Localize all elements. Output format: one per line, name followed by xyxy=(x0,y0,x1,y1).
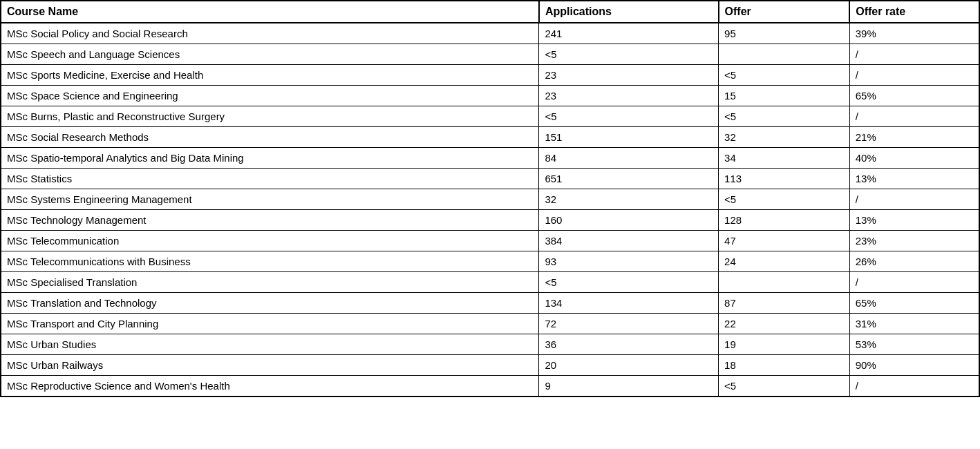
cell-offer-rate: 13% xyxy=(849,210,979,231)
cell-course-name: MSc Social Research Methods xyxy=(1,127,539,148)
cell-course-name: MSc Telecommunication xyxy=(1,231,539,251)
cell-offer xyxy=(719,44,850,65)
cell-offer-rate: 23% xyxy=(849,231,979,251)
cell-offer: <5 xyxy=(719,189,850,210)
cell-applications: 93 xyxy=(539,251,719,272)
cell-offer: 19 xyxy=(719,334,850,355)
table-row: MSc Statistics65111313% xyxy=(1,169,979,189)
table-row: MSc Telecommunications with Business9324… xyxy=(1,251,979,272)
cell-course-name: MSc Urban Studies xyxy=(1,334,539,355)
table-row: MSc Reproductive Science and Women's Hea… xyxy=(1,376,979,397)
cell-applications: 384 xyxy=(539,231,719,251)
cell-offer-rate: 90% xyxy=(849,355,979,376)
cell-applications: 241 xyxy=(539,23,719,44)
cell-course-name: MSc Burns, Plastic and Reconstructive Su… xyxy=(1,106,539,127)
cell-course-name: MSc Translation and Technology xyxy=(1,293,539,314)
cell-applications: 134 xyxy=(539,293,719,314)
cell-course-name: MSc Space Science and Engineering xyxy=(1,86,539,106)
cell-applications: 9 xyxy=(539,376,719,397)
cell-applications: 72 xyxy=(539,314,719,334)
cell-offer-rate: 39% xyxy=(849,23,979,44)
cell-offer-rate: / xyxy=(849,106,979,127)
cell-offer: 34 xyxy=(719,148,850,169)
table-row: MSc Systems Engineering Management32<5/ xyxy=(1,189,979,210)
table-row: MSc Sports Medicine, Exercise and Health… xyxy=(1,65,979,86)
table-row: MSc Technology Management16012813% xyxy=(1,210,979,231)
cell-offer: 18 xyxy=(719,355,850,376)
cell-course-name: MSc Sports Medicine, Exercise and Health xyxy=(1,65,539,86)
cell-applications: <5 xyxy=(539,272,719,293)
cell-offer-rate: 13% xyxy=(849,169,979,189)
cell-course-name: MSc Transport and City Planning xyxy=(1,314,539,334)
cell-course-name: MSc Reproductive Science and Women's Hea… xyxy=(1,376,539,397)
cell-applications: 151 xyxy=(539,127,719,148)
table-row: MSc Telecommunication3844723% xyxy=(1,231,979,251)
cell-offer-rate: / xyxy=(849,189,979,210)
cell-offer xyxy=(719,272,850,293)
cell-applications: 160 xyxy=(539,210,719,231)
cell-offer-rate: 31% xyxy=(849,314,979,334)
cell-course-name: MSc Technology Management xyxy=(1,210,539,231)
cell-offer-rate: 65% xyxy=(849,86,979,106)
cell-offer: 32 xyxy=(719,127,850,148)
table-row: MSc Burns, Plastic and Reconstructive Su… xyxy=(1,106,979,127)
cell-applications: 36 xyxy=(539,334,719,355)
table-row: MSc Specialised Translation<5/ xyxy=(1,272,979,293)
cell-applications: 32 xyxy=(539,189,719,210)
cell-offer-rate: 21% xyxy=(849,127,979,148)
cell-applications: 20 xyxy=(539,355,719,376)
cell-course-name: MSc Urban Railways xyxy=(1,355,539,376)
cell-offer: <5 xyxy=(719,65,850,86)
table-row: MSc Transport and City Planning722231% xyxy=(1,314,979,334)
cell-offer: 87 xyxy=(719,293,850,314)
cell-course-name: MSc Telecommunications with Business xyxy=(1,251,539,272)
cell-offer: 128 xyxy=(719,210,850,231)
cell-offer-rate: / xyxy=(849,272,979,293)
cell-offer: 15 xyxy=(719,86,850,106)
table-row: MSc Social Policy and Social Research241… xyxy=(1,23,979,44)
table-row: MSc Translation and Technology1348765% xyxy=(1,293,979,314)
table-row: MSc Urban Studies361953% xyxy=(1,334,979,355)
cell-offer: 22 xyxy=(719,314,850,334)
cell-offer-rate: / xyxy=(849,65,979,86)
cell-offer-rate: 65% xyxy=(849,293,979,314)
header-offer: Offer xyxy=(719,1,850,23)
cell-offer-rate: / xyxy=(849,376,979,397)
cell-applications: 651 xyxy=(539,169,719,189)
cell-offer: 113 xyxy=(719,169,850,189)
cell-offer-rate: 26% xyxy=(849,251,979,272)
table-header-row: Course Name Applications Offer Offer rat… xyxy=(1,1,979,23)
data-table: Course Name Applications Offer Offer rat… xyxy=(0,0,980,397)
cell-course-name: MSc Speech and Language Sciences xyxy=(1,44,539,65)
cell-course-name: MSc Social Policy and Social Research xyxy=(1,23,539,44)
cell-course-name: MSc Specialised Translation xyxy=(1,272,539,293)
cell-offer-rate: 40% xyxy=(849,148,979,169)
cell-offer-rate: / xyxy=(849,44,979,65)
header-applications: Applications xyxy=(539,1,719,23)
cell-offer: <5 xyxy=(719,106,850,127)
table-container: Course Name Applications Offer Offer rat… xyxy=(0,0,980,449)
cell-course-name: MSc Spatio-temporal Analytics and Big Da… xyxy=(1,148,539,169)
cell-offer: 95 xyxy=(719,23,850,44)
cell-applications: <5 xyxy=(539,44,719,65)
cell-offer: 24 xyxy=(719,251,850,272)
cell-applications: 84 xyxy=(539,148,719,169)
table-row: MSc Spatio-temporal Analytics and Big Da… xyxy=(1,148,979,169)
cell-course-name: MSc Statistics xyxy=(1,169,539,189)
cell-course-name: MSc Systems Engineering Management xyxy=(1,189,539,210)
cell-applications: <5 xyxy=(539,106,719,127)
header-course-name: Course Name xyxy=(1,1,539,23)
header-offer-rate: Offer rate xyxy=(849,1,979,23)
cell-offer: <5 xyxy=(719,376,850,397)
table-row: MSc Space Science and Engineering231565% xyxy=(1,86,979,106)
cell-applications: 23 xyxy=(539,65,719,86)
table-row: MSc Speech and Language Sciences<5/ xyxy=(1,44,979,65)
cell-applications: 23 xyxy=(539,86,719,106)
table-row: MSc Urban Railways201890% xyxy=(1,355,979,376)
cell-offer-rate: 53% xyxy=(849,334,979,355)
table-row: MSc Social Research Methods1513221% xyxy=(1,127,979,148)
table-body: MSc Social Policy and Social Research241… xyxy=(1,23,979,397)
cell-offer: 47 xyxy=(719,231,850,251)
